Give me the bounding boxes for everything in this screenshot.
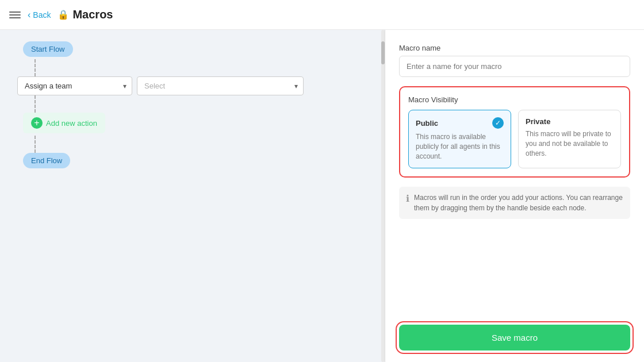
private-option-title: Private — [526, 117, 550, 126]
lock-icon: 🔒 — [57, 9, 69, 20]
info-text: Macros will run in the order you add you… — [414, 192, 623, 213]
action-value-select[interactable]: Select — [137, 76, 304, 95]
start-flow-node: Start Flow — [23, 41, 73, 57]
visibility-option-public[interactable]: Public ✓ This macro is available publicl… — [408, 110, 511, 168]
private-option-header: Private — [526, 117, 614, 126]
add-action-button[interactable]: + Add new action — [23, 113, 105, 133]
macro-name-field: Macro name — [399, 44, 630, 77]
top-bar: ‹ Back 🔒 Macros — [0, 0, 644, 30]
add-action-label: Add new action — [46, 119, 97, 128]
right-panel: Macro name Macro Visibility Public ✓ Thi… — [385, 30, 644, 362]
start-flow-node-wrapper: Start Flow — [17, 41, 367, 57]
spacer — [399, 228, 630, 315]
flow-canvas: Start Flow Assign a team ▾ Select ▾ — [0, 30, 385, 362]
info-icon: ℹ — [406, 193, 409, 204]
macro-name-input[interactable] — [399, 56, 630, 77]
back-button[interactable]: ‹ Back — [28, 10, 51, 20]
save-macro-button[interactable]: Save macro — [399, 325, 630, 351]
action-type-select[interactable]: Assign a team — [17, 76, 132, 95]
connector-line-2 — [34, 95, 36, 113]
action-row: Assign a team ▾ Select ▾ — [17, 76, 367, 95]
main-content: Start Flow Assign a team ▾ Select ▾ — [0, 30, 644, 362]
visibility-options: Public ✓ This macro is available publicl… — [408, 110, 621, 168]
visibility-section: Macro Visibility Public ✓ This macro is … — [399, 86, 630, 178]
visibility-label: Macro Visibility — [408, 95, 621, 104]
public-option-title: Public — [416, 119, 438, 128]
back-label: Back — [33, 10, 51, 20]
public-option-description: This macro is available publicly for all… — [416, 132, 504, 161]
public-check-icon: ✓ — [492, 117, 504, 129]
scrollbar-track — [381, 30, 385, 362]
info-box: ℹ Macros will run in the order you add y… — [399, 187, 630, 219]
action-value-select-wrapper: Select ▾ — [137, 76, 304, 95]
scrollbar-thumb[interactable] — [381, 41, 385, 64]
menu-icon[interactable] — [9, 9, 21, 21]
connector-line-1 — [34, 59, 36, 76]
macro-name-label: Macro name — [399, 44, 630, 52]
connector-line-3 — [34, 136, 36, 153]
end-flow-node: End Flow — [23, 153, 70, 168]
page-title: Macros — [72, 8, 113, 21]
add-action-plus-icon: + — [31, 117, 43, 129]
public-option-header: Public ✓ — [416, 117, 504, 129]
add-action-wrapper: + Add new action — [17, 113, 367, 133]
private-option-description: This macro will be private to you and no… — [526, 129, 614, 158]
back-arrow-icon: ‹ — [28, 10, 30, 20]
action-type-select-wrapper: Assign a team ▾ — [17, 76, 132, 95]
visibility-option-private[interactable]: Private This macro will be private to yo… — [518, 110, 621, 168]
flow-nodes: Start Flow Assign a team ▾ Select ▾ — [17, 41, 367, 168]
end-flow-node-wrapper: End Flow — [17, 153, 367, 168]
